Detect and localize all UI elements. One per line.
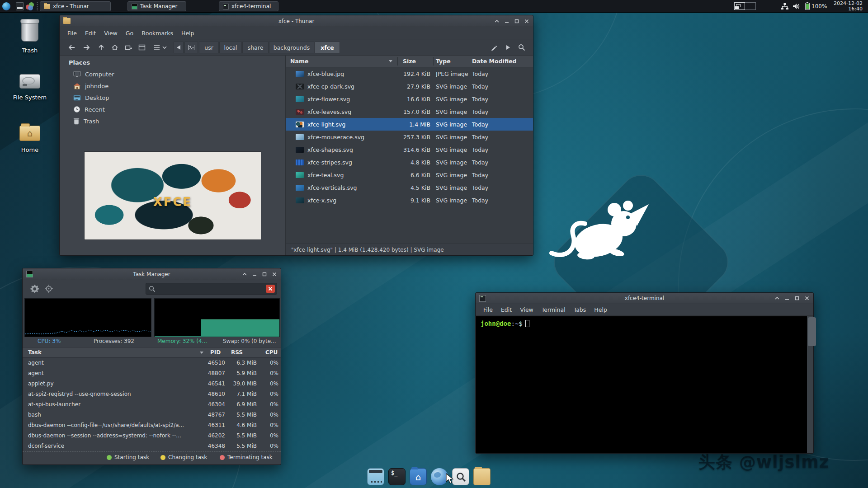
process-row[interactable]: dbus-daemon --session --address=systemd:… — [23, 431, 281, 441]
menu-bookmarks[interactable]: Bookmarks — [137, 30, 177, 37]
up-icon[interactable] — [95, 42, 108, 53]
terminal-launcher-icon[interactable]: $_ — [388, 468, 406, 485]
volume-icon[interactable] — [793, 3, 801, 10]
place-desktop[interactable]: Desktop — [73, 92, 109, 103]
menu-go[interactable]: Go — [122, 30, 137, 37]
menu-terminal[interactable]: Terminal — [538, 306, 570, 313]
menu-view[interactable]: View — [100, 30, 122, 37]
breadcrumb-share[interactable]: share — [242, 42, 269, 53]
close-button[interactable] — [272, 272, 277, 277]
file-row-selected[interactable]: xfce-light.svg1.4 MiBSVG imageToday — [286, 118, 533, 131]
menu-help[interactable]: Help — [177, 30, 198, 37]
search-input[interactable] — [156, 286, 266, 292]
back-icon[interactable] — [65, 42, 78, 53]
rename-pencil-icon[interactable] — [487, 42, 500, 53]
taskbar-button-thunar[interactable]: xfce - Thunar — [40, 1, 111, 11]
terminal-titlebar[interactable]: xfce4-terminal — [476, 293, 813, 304]
file-row[interactable]: xfce-flower.svg16.6 KiBSVG imageToday — [286, 93, 533, 105]
file-row[interactable]: xfce-mouserace.svg257.3 KiBSVG imageToda… — [286, 131, 533, 143]
menu-view[interactable]: View — [516, 306, 538, 313]
workspace-1[interactable] — [734, 2, 745, 10]
rollup-button[interactable] — [774, 296, 780, 301]
menu-file[interactable]: File — [479, 306, 497, 313]
minimize-button[interactable] — [504, 19, 509, 24]
new-folder-icon[interactable] — [122, 42, 135, 53]
new-tab-icon[interactable] — [136, 42, 148, 53]
minimize-button[interactable] — [252, 272, 257, 277]
column-pid[interactable]: PID — [210, 349, 221, 356]
process-row[interactable]: bash487675.5 MiB0% — [23, 410, 281, 420]
scrollbar-thumb[interactable] — [808, 317, 816, 346]
search-icon[interactable] — [515, 42, 528, 53]
menu-edit[interactable]: Edit — [497, 306, 516, 313]
folder-launcher-icon[interactable] — [473, 468, 491, 485]
thunar-titlebar[interactable]: xfce - Thunar — [60, 15, 533, 27]
desktop-icon-trash[interactable]: Trash — [10, 21, 50, 54]
process-row[interactable]: agent488075.9 MiB0% — [23, 368, 281, 379]
menu-tabs[interactable]: Tabs — [570, 306, 590, 313]
column-date[interactable]: Date Modified — [472, 58, 517, 65]
view-switcher-icon[interactable] — [150, 42, 170, 53]
file-row[interactable]: xfce-verticals.svg4.5 KiBSVG imageToday — [286, 181, 533, 194]
column-name[interactable]: Name — [290, 58, 308, 65]
settings-gear-icon[interactable] — [30, 284, 39, 295]
breadcrumb-scroll-right-icon[interactable] — [502, 42, 514, 53]
process-row[interactable]: applet.py4654139.0 MiB0% — [23, 379, 281, 389]
menu-edit[interactable]: Edit — [81, 30, 100, 37]
breadcrumb-usr[interactable]: usr — [199, 42, 219, 53]
process-row[interactable]: dconf-service463485.5 MiB0% — [23, 441, 281, 451]
breadcrumb-xfce-active[interactable]: xfce — [315, 42, 340, 53]
place-computer[interactable]: Computer — [73, 68, 114, 80]
settings-launcher-icon[interactable] — [26, 2, 34, 10]
file-row[interactable]: xfce-cp-dark.svg27.9 KiBSVG imageToday — [286, 80, 533, 93]
breadcrumb-root-image-icon[interactable] — [184, 42, 198, 53]
breadcrumb-scroll-left-icon[interactable] — [174, 42, 184, 53]
taskmanager-search-field[interactable] — [146, 283, 277, 295]
minimize-button[interactable] — [784, 296, 790, 301]
file-row[interactable]: xfce-shapes.svg314.6 KiBSVG imageToday — [286, 143, 533, 156]
terminal-content[interactable]: john@doe:~$ — [476, 316, 813, 453]
close-button[interactable] — [804, 296, 810, 301]
file-row[interactable]: xfce-leaves.svg157.0 KiBSVG imageToday — [286, 105, 533, 118]
taskmanager-titlebar[interactable]: Task Manager — [23, 268, 281, 280]
show-desktop-icon[interactable] — [367, 468, 384, 485]
menu-file[interactable]: File — [63, 30, 81, 37]
process-row[interactable]: at-spi-bus-launcher463046.9 MiB0% — [23, 399, 281, 410]
forward-icon[interactable] — [80, 42, 93, 53]
place-trash[interactable]: Trash — [73, 115, 99, 127]
column-task[interactable]: Task — [28, 349, 42, 356]
menu-help[interactable]: Help — [590, 306, 611, 313]
file-row[interactable]: xfce-stripes.svg4.8 KiBSVG imageToday — [286, 156, 533, 169]
file-row[interactable]: xfce-teal.svg6.6 KiBSVG imageToday — [286, 169, 533, 181]
battery-icon[interactable] — [805, 3, 810, 10]
crosshair-icon[interactable] — [44, 284, 53, 295]
maximize-button[interactable] — [262, 272, 267, 277]
workspace-2[interactable] — [745, 2, 756, 10]
file-manager-launcher-icon[interactable]: ⌂ — [410, 468, 427, 485]
process-row[interactable]: agent465106.3 MiB0% — [23, 358, 281, 368]
browser-launcher-icon[interactable] — [2, 2, 10, 10]
process-row[interactable]: at-spi2-registryd --use-gnome-session486… — [23, 389, 281, 399]
breadcrumb-backgrounds[interactable]: backgrounds — [269, 42, 314, 53]
breadcrumb-local[interactable]: local — [219, 42, 242, 53]
maximize-button[interactable] — [794, 296, 800, 301]
home-icon[interactable] — [108, 42, 121, 53]
taskbar-button-terminal[interactable]: xfce4-terminal — [219, 1, 278, 11]
network-icon[interactable] — [781, 3, 789, 10]
display-launcher-icon[interactable] — [16, 2, 24, 10]
place-recent[interactable]: Recent — [73, 103, 105, 115]
terminal-scrollbar[interactable] — [807, 316, 813, 453]
file-row[interactable]: xfce-blue.jpg192.4 KiBJPEG imageToday — [286, 67, 533, 80]
workspace-switcher[interactable] — [734, 2, 756, 10]
panel-clock[interactable]: 2024-12-02 16:40 — [832, 1, 863, 12]
rollup-button[interactable] — [242, 272, 247, 277]
desktop-icon-filesystem[interactable]: File System — [10, 71, 50, 101]
column-size[interactable]: Size — [403, 58, 416, 65]
place-home-johndoe[interactable]: johndoe — [73, 80, 108, 92]
maximize-button[interactable] — [514, 19, 519, 24]
desktop-icon-home[interactable]: ⌂ Home — [10, 123, 50, 153]
column-rss[interactable]: RSS — [231, 349, 243, 356]
file-row[interactable]: xfce-x.svg9.1 KiBSVG imageToday — [286, 194, 533, 206]
column-type[interactable]: Type — [436, 58, 451, 65]
column-cpu[interactable]: CPU — [265, 349, 278, 356]
